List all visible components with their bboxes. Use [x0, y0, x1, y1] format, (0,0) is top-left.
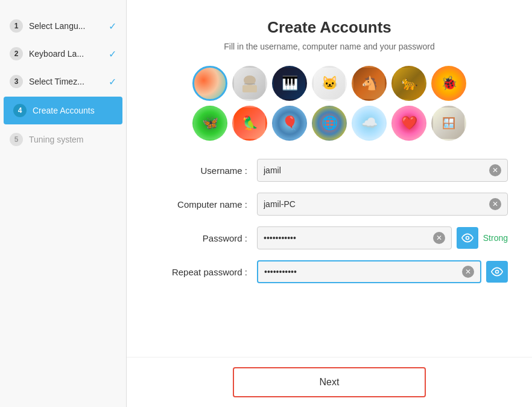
username-clear-button[interactable]: ✕: [489, 164, 501, 176]
check-icon-2: ✓: [109, 48, 116, 60]
sidebar-item-timezone[interactable]: 3 Select Timez... ✓: [0, 68, 126, 95]
computer-name-input[interactable]: [264, 199, 489, 209]
step-number-3: 3: [10, 75, 23, 88]
repeat-password-toggle-visibility-button[interactable]: [486, 261, 508, 283]
avatar-10[interactable]: 🎈: [272, 106, 307, 141]
username-label: Username :: [151, 165, 247, 176]
avatar-7[interactable]: 🐞: [431, 66, 466, 101]
sidebar-item-label-3: Select Timez...: [29, 77, 84, 86]
next-button[interactable]: Next: [233, 367, 426, 397]
username-row: Username : ✕: [151, 159, 508, 182]
avatar-8[interactable]: 🦋: [192, 106, 227, 141]
repeat-password-input[interactable]: [264, 267, 462, 277]
svg-point-4: [496, 271, 499, 274]
sidebar-item-language[interactable]: 1 Select Langu... ✓: [0, 12, 126, 40]
password-clear-button[interactable]: ✕: [433, 232, 445, 244]
computer-name-input-box[interactable]: ✕: [257, 193, 508, 216]
avatar-4[interactable]: 🐱: [312, 66, 347, 101]
computer-name-clear-button[interactable]: ✕: [489, 198, 501, 210]
password-row: Password : ✕ Strong: [151, 226, 508, 249]
repeat-password-row: Repeat password : ✕: [151, 260, 508, 283]
avatar-14[interactable]: 🪟: [431, 106, 466, 141]
avatar-row-2: 🦋 🦜 🎈 🌐 ☁️ ❤️ 🪟: [192, 106, 466, 141]
password-label: Password :: [151, 233, 247, 243]
avatar-3[interactable]: 🎹: [272, 66, 307, 101]
sidebar: 1 Select Langu... ✓ 2 Keyboard La... ✓ 3…: [0, 0, 127, 407]
sidebar-item-keyboard[interactable]: 2 Keyboard La... ✓: [0, 40, 126, 68]
avatar-grid: 🎹 🐱 🐴 🐆 🐞 🦋: [151, 66, 508, 141]
username-field-wrapper: ✕: [257, 159, 508, 182]
computer-name-row: Computer name : ✕: [151, 193, 508, 216]
avatar-2[interactable]: [232, 66, 267, 101]
password-input[interactable]: [264, 233, 433, 243]
repeat-password-field-wrapper: ✕: [257, 260, 508, 283]
check-icon-3: ✓: [109, 76, 116, 88]
footer: Next: [127, 357, 532, 407]
content-area: Create Accounts Fill in the username, co…: [127, 0, 532, 357]
avatar-5[interactable]: 🐴: [352, 66, 387, 101]
svg-point-3: [466, 237, 469, 240]
password-strength-label: Strong: [483, 233, 508, 243]
sidebar-item-accounts[interactable]: 4 Create Accounts: [4, 97, 122, 124]
avatar-6[interactable]: 🐆: [391, 66, 426, 101]
avatar-1[interactable]: [192, 66, 227, 101]
step-number-4: 4: [13, 104, 27, 117]
username-input[interactable]: [264, 165, 489, 175]
account-form: Username : ✕ Computer name : ✕: [151, 159, 508, 283]
computer-name-label: Computer name :: [151, 199, 247, 210]
avatar-row-1: 🎹 🐱 🐴 🐆 🐞: [192, 66, 466, 101]
step-number-5: 5: [10, 133, 23, 146]
sidebar-item-label-1: Select Langu...: [29, 21, 85, 31]
sidebar-item-label-2: Keyboard La...: [29, 49, 84, 59]
avatar-13[interactable]: ❤️: [391, 106, 426, 141]
password-field-wrapper: ✕ Strong: [257, 226, 508, 249]
page-title: Create Accounts: [151, 18, 508, 37]
repeat-password-label: Repeat password :: [151, 267, 247, 277]
avatar-12[interactable]: ☁️: [352, 106, 387, 141]
password-toggle-visibility-button[interactable]: [457, 227, 478, 249]
step-number-2: 2: [10, 47, 23, 60]
sidebar-item-label-4: Create Accounts: [33, 106, 95, 115]
username-input-box[interactable]: ✕: [257, 159, 508, 182]
password-input-box[interactable]: ✕: [257, 226, 452, 249]
sidebar-item-label-5: Tuning system: [29, 135, 84, 144]
page-subtitle: Fill in the username, computer name and …: [151, 42, 508, 51]
computer-name-field-wrapper: ✕: [257, 193, 508, 216]
repeat-password-input-box[interactable]: ✕: [257, 260, 481, 283]
repeat-password-clear-button[interactable]: ✕: [462, 266, 474, 278]
avatar-9[interactable]: 🦜: [232, 106, 267, 141]
main-panel: Create Accounts Fill in the username, co…: [127, 0, 532, 407]
sidebar-item-tuning[interactable]: 5 Tuning system: [0, 126, 126, 153]
step-number-1: 1: [10, 19, 23, 33]
avatar-11[interactable]: 🌐: [312, 106, 347, 141]
check-icon-1: ✓: [109, 21, 116, 32]
svg-rect-1: [242, 85, 257, 92]
